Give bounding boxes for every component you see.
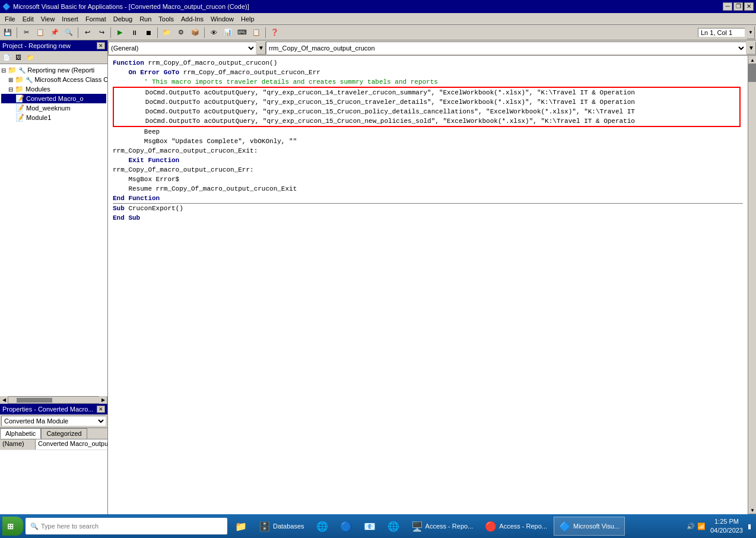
- project-tree[interactable]: ⊟ 📁 🔧 Reporting new (Reporti ⊞ 📁 🔧 Micro…: [0, 64, 107, 396]
- edge-icon: 🌐: [316, 521, 328, 532]
- access-label: Access - Repo...: [499, 523, 547, 530]
- tree-item-converted[interactable]: 📝 Converted Macro_o: [1, 94, 106, 103]
- menu-file[interactable]: File: [1, 14, 19, 24]
- tree-item-mod-weeknum[interactable]: 📝 Mod_weeknum: [1, 103, 106, 113]
- taskbar-app-session[interactable]: 🖥️ Access - Repo...: [406, 517, 479, 536]
- session-icon: 🖥️: [411, 521, 423, 532]
- toolbar-object[interactable]: 📦: [189, 26, 202, 39]
- taskbar-app-chrome[interactable]: 🔵: [335, 517, 357, 536]
- toolbar-save[interactable]: 💾: [1, 26, 14, 39]
- code-line: rrm_Copy_Of_macro_output_crucon_Err:: [113, 165, 743, 175]
- menu-run[interactable]: Run: [136, 14, 155, 24]
- toolbar-project[interactable]: 📁: [160, 26, 173, 39]
- file-manager-icon: 📁: [235, 521, 247, 532]
- menu-format[interactable]: Format: [82, 14, 110, 24]
- minimize-button[interactable]: ─: [723, 2, 732, 11]
- menu-tools[interactable]: Tools: [155, 14, 177, 24]
- code-panel: (General) ▼ rrm_Copy_Of_macro_output_cru…: [108, 40, 756, 523]
- properties-close-btn[interactable]: ✕: [97, 406, 105, 413]
- toolbar-reset[interactable]: ⏹: [142, 26, 155, 39]
- menu-debug[interactable]: Debug: [110, 14, 136, 24]
- search-bar[interactable]: 🔍: [26, 518, 227, 534]
- toolbar-find[interactable]: 🔍: [62, 26, 75, 39]
- menu-view[interactable]: View: [37, 14, 59, 24]
- menu-help[interactable]: Help: [237, 14, 258, 24]
- search-input[interactable]: [41, 523, 223, 530]
- restore-button[interactable]: ❐: [733, 2, 743, 11]
- taskbar-app-vba[interactable]: 🔷 Microsoft Visu...: [554, 517, 625, 536]
- properties-panel: Properties - Converted Macro... ✕ Conver…: [0, 404, 107, 523]
- separator-5: [204, 27, 205, 38]
- general-dropdown-arrow[interactable]: ▼: [256, 42, 266, 55]
- toolbar-undo[interactable]: ↩: [81, 26, 94, 39]
- toolbar-paste[interactable]: 📌: [48, 26, 61, 39]
- vscroll-down[interactable]: ▼: [748, 506, 756, 514]
- taskbar-app-file-manager[interactable]: 📁: [230, 517, 252, 536]
- close-button[interactable]: ✕: [744, 2, 754, 11]
- taskbar-app-access[interactable]: 🔴 Access - Repo...: [479, 517, 552, 536]
- app-icon: 🔷: [2, 3, 11, 11]
- tree-item-module1[interactable]: 📝 Module1: [1, 113, 106, 122]
- menu-edit[interactable]: Edit: [19, 14, 37, 24]
- toolbar-callstack[interactable]: 📋: [250, 26, 263, 39]
- databases-label: Databases: [273, 523, 304, 530]
- proc-dropdown[interactable]: rrm_Copy_Of_macro_output_crucon: [266, 42, 747, 55]
- menu-window[interactable]: Window: [207, 14, 237, 24]
- project-toggle-folders[interactable]: 📁: [25, 52, 36, 63]
- toolbar-help[interactable]: ❓: [268, 26, 281, 39]
- project-close-btn[interactable]: ✕: [97, 42, 105, 49]
- code-line: MsgBox Error$: [113, 175, 743, 184]
- taskbar-app-mail[interactable]: 📧: [358, 517, 381, 536]
- code-vscroll[interactable]: ▲ ▼: [748, 56, 756, 514]
- toolbar-props[interactable]: ⚙: [174, 26, 188, 39]
- position-indicator: Ln 1, Col 1: [698, 28, 745, 37]
- code-line: Exit Function: [113, 156, 743, 165]
- properties-object-row: Converted Ma Module: [0, 414, 107, 428]
- proc-dropdown-arrow[interactable]: ▼: [747, 42, 756, 55]
- project-view-object[interactable]: 🖼: [13, 52, 24, 63]
- taskbar-right: 🔊 📶 1:25 PM 04/20/2023 ▮: [684, 517, 754, 536]
- taskbar-app-edge[interactable]: 🌐: [311, 517, 333, 536]
- code-line: On Error GoTo rrm_Copy_Of_macro_output_c…: [113, 68, 743, 77]
- tree-item[interactable]: ⊟ 📁 🔧 Reporting new (Reporti: [1, 65, 106, 75]
- code-line: Beep: [113, 127, 743, 137]
- title-bar-left: 🔷 Microsoft Visual Basic for Application…: [2, 3, 249, 11]
- toolbar-break[interactable]: ⏸: [128, 26, 141, 39]
- menu-addins[interactable]: Add-Ins: [177, 14, 207, 24]
- project-view-code[interactable]: 📄: [1, 52, 12, 63]
- code-line: DoCmd.OutputTo acOutputQuery, "qry_exp_c…: [114, 97, 739, 107]
- general-dropdown[interactable]: (General): [108, 42, 256, 55]
- session-label: Access - Repo...: [425, 523, 474, 530]
- scroll-left-btn[interactable]: ◀: [0, 396, 8, 404]
- tab-alphabetic[interactable]: Alphabetic: [0, 428, 41, 439]
- properties-object-dropdown[interactable]: Converted Ma Module: [1, 416, 106, 426]
- title-bar: 🔷 Microsoft Visual Basic for Application…: [0, 0, 756, 13]
- taskbar-app-databases[interactable]: 🗄️ Databases: [253, 517, 310, 536]
- project-scrollbar-h[interactable]: ◀ ▶: [0, 396, 107, 403]
- scroll-arrow[interactable]: ▼: [747, 26, 755, 39]
- toolbar-watch[interactable]: 👁: [207, 26, 220, 39]
- start-button[interactable]: ⊞: [2, 517, 23, 536]
- title-bar-text: Microsoft Visual Basic for Applications …: [13, 3, 249, 10]
- vscroll-up[interactable]: ▲: [748, 56, 756, 64]
- toolbar-immediate[interactable]: ⌨: [236, 26, 249, 39]
- toolbar-cut[interactable]: ✂: [20, 26, 33, 39]
- tree-item-modules[interactable]: ⊟ 📁 Modules: [1, 84, 106, 94]
- scroll-right-btn[interactable]: ▶: [99, 396, 107, 404]
- code-line: Sub CruconExport(): [113, 204, 743, 213]
- toolbar-redo[interactable]: ↪: [95, 26, 108, 39]
- tree-item[interactable]: ⊞ 📁 🔧 Microsoft Access Class C: [1, 75, 106, 84]
- code-line: Function rrm_Copy_Of_macro_output_crucon…: [113, 58, 743, 68]
- separator-3: [110, 27, 111, 38]
- taskbar-app-ie[interactable]: 🌐: [382, 517, 405, 536]
- toolbar-locals[interactable]: 📊: [221, 26, 234, 39]
- menu-insert[interactable]: Insert: [58, 14, 82, 24]
- toolbar-copy[interactable]: 📋: [34, 26, 47, 39]
- tab-categorized[interactable]: Categorized: [41, 428, 87, 439]
- show-desktop[interactable]: ▮: [748, 523, 751, 530]
- code-line: DoCmd.OutputTo acOutputQuery, "qry_exp_c…: [114, 88, 739, 97]
- code-line: MsgBox "Updates Complete", vbOKOnly, "": [113, 137, 743, 146]
- toolbar-run[interactable]: ▶: [113, 26, 126, 39]
- separator-2: [78, 27, 78, 38]
- code-main-area[interactable]: Function rrm_Copy_Of_macro_output_crucon…: [108, 56, 748, 514]
